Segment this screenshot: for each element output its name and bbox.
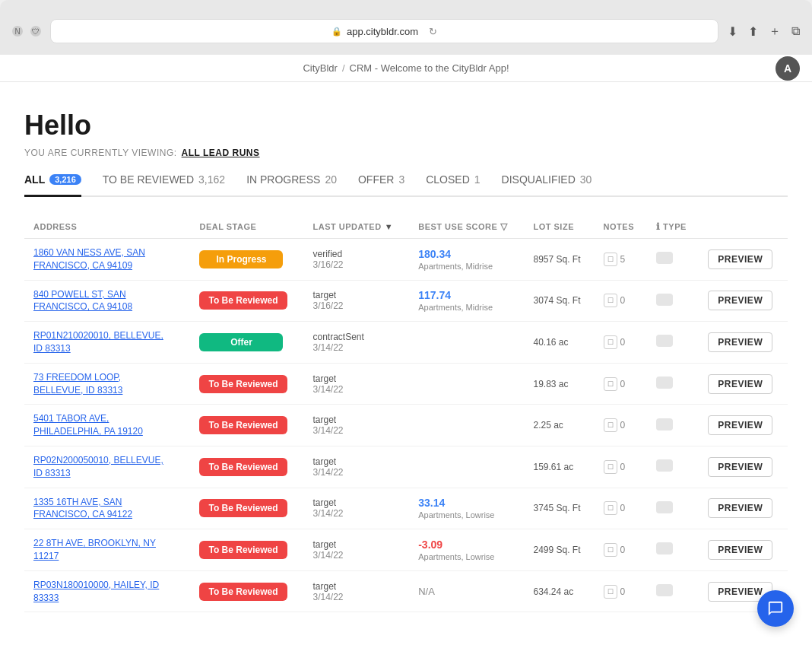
stage-badge: To Be Reviewed <box>199 375 287 393</box>
update-date: 3/14/22 <box>312 425 400 436</box>
update-date: 3/16/22 <box>312 300 400 311</box>
avatar[interactable]: A <box>776 56 800 81</box>
new-tab-icon[interactable]: ＋ <box>769 24 781 40</box>
tab-label-in-progress: IN PROGRESS <box>246 173 320 186</box>
score-value: -3.09 <box>418 539 515 551</box>
browser-action-icons: ⬇ ⬆ ＋ ⧉ <box>728 24 800 40</box>
address-cell[interactable]: RP02N200050010, BELLEVUE, ID 83313 <box>33 454 170 480</box>
preview-button[interactable]: PREVIEW <box>708 332 772 352</box>
address-bar[interactable]: 🔒 app.citybldr.com ↻ <box>50 19 718 43</box>
notes-checkbox[interactable]: ☐ <box>604 335 617 349</box>
tabs-icon[interactable]: ⧉ <box>791 24 800 38</box>
address-cell[interactable]: 1335 16TH AVE, SAN FRANCISCO, CA 94122 <box>33 496 170 522</box>
type-icon <box>656 501 673 513</box>
notes-count: 5 <box>620 254 626 265</box>
update-date: 3/16/22 <box>312 259 400 270</box>
address-cell[interactable]: RP01N210020010, BELLEVUE, ID 83313 <box>33 329 170 355</box>
update-type: target <box>312 290 400 300</box>
score-label: Apartments, Midrise <box>418 303 515 312</box>
viewing-label-text: YOU ARE CURRENTLY VIEWING: <box>24 148 177 158</box>
tab-label-to-be-reviewed: TO BE REVIEWED <box>103 173 194 186</box>
lot-size: 3074 Sq. Ft <box>533 295 585 306</box>
col-type: ℹTYPE <box>647 215 699 239</box>
update-type: target <box>312 456 400 467</box>
page-title: Hello <box>24 110 788 141</box>
score-label: Apartments, Midrise <box>418 262 515 271</box>
share-icon[interactable]: ⬆ <box>748 24 758 39</box>
breadcrumb-root[interactable]: CityBldr <box>303 62 338 74</box>
lot-size: 634.24 ac <box>533 586 585 597</box>
tab-in-progress[interactable]: IN PROGRESS20 <box>246 173 337 197</box>
tab-disqualified[interactable]: DISQUALIFIED30 <box>502 173 592 197</box>
viewing-link[interactable]: ALL LEAD RUNS <box>182 148 260 158</box>
type-icon <box>656 418 673 431</box>
col-address: ADDRESS <box>24 215 190 239</box>
notes-count: 0 <box>620 545 626 555</box>
type-icon <box>656 377 673 389</box>
download-icon[interactable]: ⬇ <box>728 24 737 39</box>
preview-button[interactable]: PREVIEW <box>708 291 772 310</box>
leads-table: ADDRESS DEAL STAGE LAST UPDATED▼ BEST US… <box>24 215 788 612</box>
lot-size: 2499 Sq. Ft <box>533 545 585 555</box>
notes-count: 0 <box>620 379 626 389</box>
table-row: RP03N180010000, HAILEY, ID 83333 To Be R… <box>24 570 788 612</box>
notes-checkbox[interactable]: ☐ <box>604 460 617 474</box>
notes-checkbox[interactable]: ☐ <box>604 543 617 557</box>
table-row: 22 8TH AVE, BROOKLYN, NY 11217 To Be Rev… <box>24 529 788 571</box>
update-type: verified <box>312 249 400 259</box>
address-cell[interactable]: 73 FREEDOM LOOP, BELLEVUE, ID 83313 <box>33 371 170 397</box>
address-cell[interactable]: 5401 TABOR AVE, PHILADELPHIA, PA 19120 <box>33 412 170 438</box>
table-row: RP01N210020010, BELLEVUE, ID 83313 Offer… <box>24 322 788 364</box>
stage-badge: To Be Reviewed <box>199 291 287 310</box>
type-icon <box>656 252 673 264</box>
notes-cell: ☐ 0 <box>604 335 638 349</box>
stage-badge: To Be Reviewed <box>199 583 287 601</box>
stage-badge: In Progress <box>199 250 283 268</box>
preview-button[interactable]: PREVIEW <box>708 457 772 477</box>
lot-size: 159.61 ac <box>533 462 585 472</box>
breadcrumb-current: CRM - Welcome to the CityBldr App! <box>350 62 509 74</box>
preview-button[interactable]: PREVIEW <box>708 374 772 394</box>
preview-button[interactable]: PREVIEW <box>708 498 772 518</box>
tab-label-all: ALL <box>24 173 45 186</box>
breadcrumb: CityBldr / CRM - Welcome to the CityBldr… <box>0 55 812 82</box>
update-type: target <box>312 539 400 550</box>
address-cell[interactable]: 840 POWELL ST, SAN FRANCISCO, CA 94108 <box>33 288 170 314</box>
tab-all[interactable]: ALL3,216 <box>24 173 81 197</box>
table-row: RP02N200050010, BELLEVUE, ID 83313 To Be… <box>24 446 788 488</box>
chat-button[interactable] <box>757 590 794 627</box>
type-icon <box>656 459 673 472</box>
tab-offer[interactable]: OFFER3 <box>358 173 404 197</box>
address-cell[interactable]: 1860 VAN NESS AVE, SAN FRANCISCO, CA 941… <box>33 246 170 272</box>
preview-button[interactable]: PREVIEW <box>708 249 772 269</box>
score-value: N/A <box>418 586 515 597</box>
table-row: 1860 VAN NESS AVE, SAN FRANCISCO, CA 941… <box>24 239 788 281</box>
preview-button[interactable]: PREVIEW <box>708 540 772 560</box>
browser-nav-icons: N 🛡 <box>12 26 41 37</box>
col-last-updated[interactable]: LAST UPDATED▼ <box>303 215 409 239</box>
stage-badge: To Be Reviewed <box>199 541 287 559</box>
notes-cell: ☐ 0 <box>604 377 638 391</box>
notes-checkbox[interactable]: ☐ <box>604 418 617 432</box>
header-section: Hello YOU ARE CURRENTLY VIEWING: ALL LEA… <box>24 82 788 173</box>
notes-checkbox[interactable]: ☐ <box>604 585 617 599</box>
stage-badge: To Be Reviewed <box>199 416 287 434</box>
notes-checkbox[interactable]: ☐ <box>604 377 617 391</box>
tab-to-be-reviewed[interactable]: TO BE REVIEWED3,162 <box>103 173 225 197</box>
stage-badge: To Be Reviewed <box>199 499 287 517</box>
tab-label-disqualified: DISQUALIFIED <box>502 173 576 186</box>
tab-closed[interactable]: CLOSED1 <box>426 173 480 197</box>
col-best-use-score: BEST USE SCORE ▽ <box>409 215 524 239</box>
score-label: Apartments, Lowrise <box>418 510 515 519</box>
address-cell[interactable]: RP03N180010000, HAILEY, ID 83333 <box>33 579 170 605</box>
shield-icon: 🛡 <box>30 26 41 37</box>
main-content: Hello YOU ARE CURRENTLY VIEWING: ALL LEA… <box>0 82 812 645</box>
notes-count: 0 <box>620 337 626 348</box>
preview-button[interactable]: PREVIEW <box>708 415 772 435</box>
stage-badge: Offer <box>199 333 283 351</box>
address-cell[interactable]: 22 8TH AVE, BROOKLYN, NY 11217 <box>33 537 170 563</box>
reload-icon[interactable]: ↻ <box>429 26 437 37</box>
notes-checkbox[interactable]: ☐ <box>604 294 617 307</box>
notes-checkbox[interactable]: ☐ <box>604 501 617 515</box>
notes-checkbox[interactable]: ☐ <box>604 253 617 266</box>
